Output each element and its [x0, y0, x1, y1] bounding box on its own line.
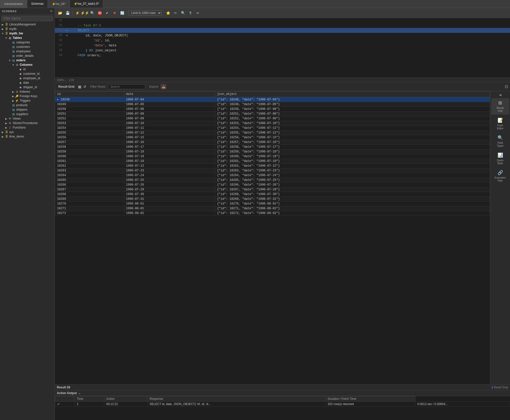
table-row[interactable]: 102521996-07-09{"id": 10252, "date": "19… — [55, 116, 490, 121]
table-row[interactable]: 102691996-07-31{"id": 10269, "date": "19… — [55, 197, 490, 202]
data-grid-container[interactable]: id date json_object ▶ 102481996-07-04{"i… — [55, 91, 490, 384]
execute-button[interactable]: ⚡ — [74, 10, 81, 16]
bookmark-button[interactable]: ⭐ — [165, 10, 171, 16]
sidebar-item-mydb[interactable]: ▶ 🗄 mydb — [0, 27, 55, 31]
editor-area[interactable]: 32 33 -- Task 07.5 34 ● SELECT 35 ⊖ — [55, 18, 510, 78]
sidebar-item-functions[interactable]: ▶ ƒ Functions — [0, 125, 55, 130]
table-row[interactable]: 102661996-07-26{"id": 10266, "date": "19… — [55, 183, 490, 187]
column-icon: ◆ — [18, 72, 22, 75]
export-button[interactable]: 📤 — [161, 84, 166, 89]
right-panel-expand-arrow[interactable]: ◀ — [499, 93, 501, 97]
sidebar-item-librarymanagement[interactable]: ▶ 🗄 LibraryManagement — [0, 22, 55, 27]
cell-date: 1996-07-19 — [124, 159, 215, 164]
query-stats-panel-btn[interactable]: 📊 QueryStats — [491, 150, 509, 167]
maximize-icon[interactable]: ⊡ — [505, 84, 508, 89]
collapse-marker[interactable]: ⊖ — [65, 34, 69, 37]
cell-jsonobject: {"id": 10266, "date": "1996-07-26"} — [215, 183, 490, 187]
sidebar-item-categories[interactable]: ▤ categories — [0, 40, 55, 45]
sidebar-item-tables[interactable]: ▼ ▦ Tables — [0, 36, 55, 40]
sidebar-item-products[interactable]: ▤ products — [0, 103, 55, 107]
table-row[interactable]: 102701996-08-01{"id": 10270, "date": "19… — [55, 202, 490, 206]
cancel-button[interactable]: ✖ — [111, 10, 118, 16]
table-row[interactable]: 102541996-07-11{"id": 10254, "date": "19… — [55, 126, 490, 131]
table-row[interactable]: 102591996-07-18{"id": 10259, "date": "19… — [55, 149, 490, 154]
table-row[interactable]: 102631996-07-23{"id": 10263, "date": "19… — [55, 168, 490, 173]
table-row[interactable]: 102511996-07-08{"id": 10251, "date": "19… — [55, 112, 490, 116]
form-editor-panel-btn[interactable]: 📝 FormEditor — [491, 116, 509, 132]
filter-input[interactable] — [1, 16, 53, 21]
execute-all-button[interactable]: ⚡⚡ — [82, 10, 88, 16]
sidebar-item-timedemo[interactable]: ▶ 🗄 time_demo — [0, 134, 55, 139]
table-row[interactable]: 102581996-07-17{"id": 10258, "date": "19… — [55, 145, 490, 149]
cell-jsonobject: {"id": 10254, "date": "1996-07-11"} — [215, 126, 490, 131]
sidebar-item-employees[interactable]: ▤ employees — [0, 49, 55, 54]
result-grid-panel-btn[interactable]: ⊞ ResultGrid — [491, 98, 509, 115]
field-types-panel-btn[interactable]: 🔍 FieldTypes — [491, 133, 509, 149]
zoom-button[interactable]: ⌄ — [64, 78, 67, 81]
cell-id: 10263 — [55, 168, 124, 173]
wrap-button[interactable]: ↵ — [195, 10, 201, 16]
refresh-button[interactable]: 🔄 — [119, 10, 125, 16]
table-row[interactable]: 102531996-07-10{"id": 10253, "date": "19… — [55, 121, 490, 126]
stop-button[interactable]: ⛔ — [96, 10, 103, 16]
search-button[interactable]: 🔍 — [180, 10, 186, 16]
table-row[interactable]: 102641996-07-24{"id": 10264, "date": "19… — [55, 173, 490, 178]
grid-view-icon[interactable]: ▦ — [78, 85, 81, 89]
table-row[interactable]: 102601996-07-19{"id": 10260, "date": "19… — [55, 154, 490, 159]
sidebar-item-col-date[interactable]: ◆ date — [0, 80, 55, 85]
toggle-button[interactable]: ✔ — [104, 10, 110, 16]
table-row[interactable]: 102501996-07-08{"id": 10250, "date": "19… — [55, 107, 490, 112]
sidebar-item-suppliers[interactable]: ▤ suppliers — [0, 112, 55, 116]
refresh-grid-icon[interactable]: ↺ — [83, 85, 86, 89]
action-output-expand-icon[interactable]: ⌄ — [78, 391, 81, 395]
execution-plan-panel-btn[interactable]: 🔗 ExecutionPlan — [491, 168, 509, 184]
filter-rows-input[interactable] — [108, 84, 145, 89]
sidebar-item-foreignkeys[interactable]: ▶ 🔑 Foreign Keys — [0, 94, 55, 98]
tab-hw07[interactable]: ⚡ hw_07_task1-5* — [70, 0, 103, 8]
table-row[interactable]: 102671996-07-29{"id": 10267, "date": "19… — [55, 187, 490, 192]
action-col-duration: Duration / Fetch Time — [326, 396, 415, 402]
table-row[interactable]: 102551996-07-12{"id": 10255, "date": "19… — [55, 131, 490, 135]
sidebar-item-sys[interactable]: ▶ 🗄 sys — [0, 130, 55, 134]
table-row[interactable]: 102571996-07-16{"id": 10257, "date": "19… — [55, 140, 490, 145]
tab-result-grid[interactable]: Result Grid — [57, 84, 76, 89]
table-row[interactable]: 102651996-07-25{"id": 10265, "date": "19… — [55, 178, 490, 183]
invisible-chars-button[interactable]: ¶ — [187, 10, 194, 16]
table-row[interactable]: 102561996-07-15{"id": 10256, "date": "19… — [55, 135, 490, 140]
table-row[interactable]: ▶ 102481996-07-04{"id": 10248, "date": "… — [55, 97, 490, 102]
tab-administration[interactable]: Administration — [0, 0, 27, 8]
table-row[interactable]: 102611996-07-19{"id": 10261, "date": "19… — [55, 159, 490, 164]
sidebar-item-columns[interactable]: ▼ ⊞ Columns — [0, 63, 55, 67]
sidebar-item-col-customerid[interactable]: ◆ customer_id — [0, 71, 55, 76]
table-row[interactable]: 102721996-08-02{"id": 10272, "date": "19… — [55, 211, 490, 216]
sidebar-item-col-id[interactable]: ◆ id — [0, 67, 55, 71]
save-button[interactable]: 💾 — [64, 10, 71, 16]
field-types-icon: 🔍 — [498, 135, 503, 140]
database-icon: 🗄 — [4, 135, 8, 138]
sidebar-item-col-shipperid[interactable]: ◆ shipper_id — [0, 85, 55, 89]
tab-schemas[interactable]: Schemas — [27, 0, 48, 8]
panel-btn-label: ResultGrid — [497, 107, 504, 113]
explain-button[interactable]: 🔍 — [89, 10, 95, 16]
sidebar-item-customers[interactable]: ▤ customers — [0, 45, 55, 49]
sidebar-item-col-employeeid[interactable]: ◆ employee_id — [0, 76, 55, 80]
refresh-icon[interactable]: ↻ — [50, 9, 53, 13]
sidebar-item-orderdetails[interactable]: ▤ order_details — [0, 54, 55, 58]
limit-select[interactable]: Limit to 1000 rows — [129, 10, 162, 16]
sidebar-item-storedprocedures[interactable]: ▶ ⚙ Stored Procedures — [0, 121, 55, 125]
cell-date: 1996-07-05 — [124, 102, 215, 107]
cell-id: 10267 — [55, 187, 124, 192]
open-file-button[interactable]: 📂 — [57, 10, 63, 16]
sidebar-item-orders[interactable]: ▼ ▤ orders — [0, 58, 55, 63]
sidebar-item-triggers[interactable]: ▶ ⚡ Triggers — [0, 98, 55, 103]
table-row[interactable]: 102491996-07-05{"id": 10249, "date": "19… — [55, 102, 490, 107]
table-row[interactable]: 102681996-07-30{"id": 10268, "date": "19… — [55, 192, 490, 197]
sidebar-item-mydbhw[interactable]: ▼ 🗄 mydb_hw — [0, 31, 55, 36]
tab-hw06[interactable]: ⚡ hw_06* — [48, 0, 70, 8]
sidebar-item-shippers[interactable]: ▤ shippers — [0, 107, 55, 112]
sidebar-item-indexes[interactable]: ▶ ⊟ Indexes — [0, 89, 55, 94]
snippets-button[interactable]: ✂ — [172, 10, 179, 16]
table-row[interactable]: 102621996-07-22{"id": 10262, "date": "19… — [55, 164, 490, 168]
sidebar-item-views[interactable]: ▶ 👁 Views — [0, 116, 55, 121]
table-row[interactable]: 102711996-08-01{"id": 10271, "date": "19… — [55, 206, 490, 211]
